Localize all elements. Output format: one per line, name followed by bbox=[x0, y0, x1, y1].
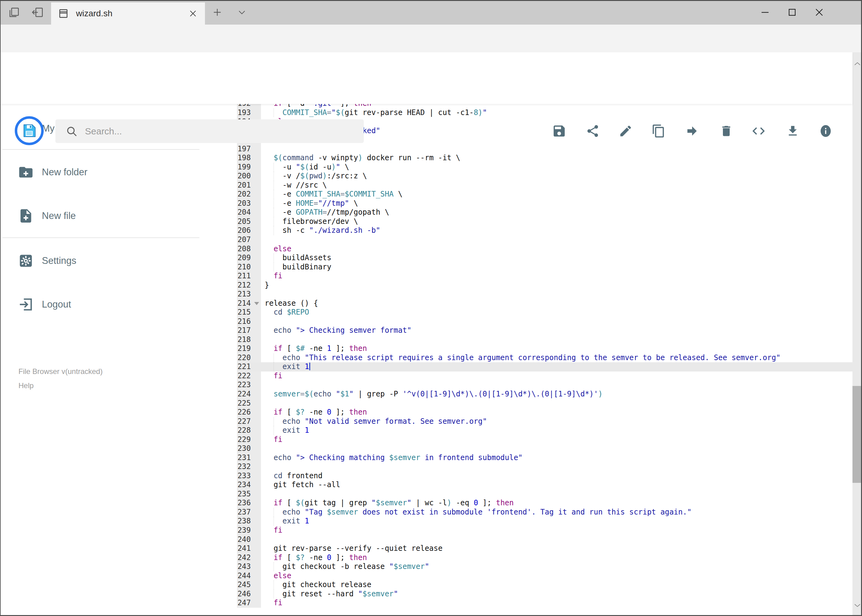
code-line[interactable]: 244 else bbox=[237, 571, 853, 581]
scrollbar[interactable] bbox=[853, 52, 862, 616]
code-line[interactable]: 228 exit 1 bbox=[237, 426, 853, 435]
code-line[interactable]: 214release () { bbox=[237, 299, 853, 308]
code-line[interactable]: 246 git reset --hard "$semver" bbox=[237, 589, 853, 599]
sidebar-item-label: New folder bbox=[42, 167, 87, 178]
line-number: 243 bbox=[237, 562, 261, 571]
code-line[interactable]: 193 COMMIT_SHA="$(git rev-parse HEAD | c… bbox=[237, 108, 853, 118]
move-button[interactable] bbox=[684, 123, 701, 140]
code-line[interactable]: 227 echo "Not valid semver format. See s… bbox=[237, 417, 853, 426]
code-line[interactable]: 222 fi bbox=[237, 371, 853, 381]
code-line[interactable]: 218 bbox=[237, 335, 853, 344]
code-line[interactable]: 242 if [ $? -ne 0 ]; then bbox=[237, 553, 853, 563]
rename-button[interactable] bbox=[617, 123, 634, 140]
line-number: 236 bbox=[237, 498, 261, 508]
code-line[interactable]: 247 fi bbox=[237, 599, 853, 608]
folder-plus-icon bbox=[18, 164, 34, 180]
sidebar-item-settings[interactable]: Settings bbox=[9, 251, 212, 270]
close-window-button[interactable] bbox=[806, 4, 832, 21]
arrow-right-icon bbox=[685, 124, 699, 138]
download-button[interactable] bbox=[784, 123, 801, 140]
fold-arrow-icon[interactable] bbox=[254, 302, 259, 305]
code-line[interactable]: 215 cd $REPO bbox=[237, 308, 853, 317]
code-line[interactable]: 205 filebrowser/dev \ bbox=[237, 217, 853, 226]
tab-list-button[interactable] bbox=[233, 5, 251, 20]
code-line[interactable]: 210 buildBinary bbox=[237, 262, 853, 272]
line-number: 222 bbox=[237, 371, 261, 381]
maximize-button[interactable] bbox=[779, 4, 805, 21]
code-line[interactable]: 201 -w //src \ bbox=[237, 181, 853, 190]
copy-button[interactable] bbox=[650, 123, 667, 140]
code-line[interactable]: 211 fi bbox=[237, 272, 853, 281]
code-line[interactable]: 234 git fetch --all bbox=[237, 480, 853, 490]
code-line[interactable]: 240 bbox=[237, 535, 853, 544]
code-line[interactable]: 209 buildAssets bbox=[237, 253, 853, 262]
filebrowser-header bbox=[0, 52, 853, 104]
delete-button[interactable] bbox=[718, 123, 735, 140]
code-line[interactable]: 224 semver=$(echo "$1" | grep -P '^v(0|[… bbox=[237, 390, 853, 399]
code-line[interactable]: 204 -e GOPATH=//tmp/gopath \ bbox=[237, 208, 853, 217]
scroll-down-icon[interactable] bbox=[853, 599, 862, 611]
tab-preview-button[interactable] bbox=[5, 5, 24, 20]
help-link[interactable]: Help bbox=[19, 381, 33, 390]
code-line[interactable]: 237 echo "Tag $semver does not exist in … bbox=[237, 508, 853, 517]
info-button[interactable] bbox=[817, 123, 834, 140]
code-line[interactable]: 226 if [ $? -ne 0 ]; then bbox=[237, 408, 853, 417]
scrollbar-thumb[interactable] bbox=[853, 386, 862, 483]
code-line[interactable]: 202 -e COMMIT_SHA=$COMMIT_SHA \ bbox=[237, 190, 853, 199]
code-line[interactable]: 230 bbox=[237, 444, 853, 453]
code-line[interactable]: 225 bbox=[237, 399, 853, 408]
filebrowser-logo[interactable] bbox=[15, 116, 44, 145]
line-number: 234 bbox=[237, 480, 261, 490]
line-number: 238 bbox=[237, 517, 261, 526]
line-number: 201 bbox=[237, 181, 261, 190]
code-line[interactable]: 221 exit 1 bbox=[237, 362, 853, 371]
code-line[interactable]: 229 fi bbox=[237, 435, 853, 445]
sidebar-item-new-folder[interactable]: New folder bbox=[9, 163, 212, 182]
code-line[interactable]: 199 -u "$(id -u)" \ bbox=[237, 163, 853, 172]
sidebar-item-new-file[interactable]: New file bbox=[9, 206, 212, 225]
line-number: 233 bbox=[237, 471, 261, 481]
code-line[interactable]: 198 $(command -v winpty) docker run --rm… bbox=[237, 154, 853, 163]
code-line[interactable]: 219 if [ $# -ne 1 ]; then bbox=[237, 344, 853, 354]
code-editor[interactable]: 192 if [ -d ".git" ]; then193 COMMIT_SHA… bbox=[237, 104, 853, 615]
code-line[interactable]: 206 sh -c "./wizard.sh -b" bbox=[237, 226, 853, 235]
code-line[interactable]: 233 cd frontend bbox=[237, 471, 853, 481]
line-number: 239 bbox=[237, 526, 261, 535]
code-line[interactable]: 217 echo "> Checking semver format" bbox=[237, 326, 853, 335]
code-line[interactable]: 192 if [ -d ".git" ]; then bbox=[237, 104, 853, 108]
line-number: 197 bbox=[237, 145, 261, 154]
code-line[interactable]: 200 -v /$(pwd):/src:z \ bbox=[237, 171, 853, 181]
code-line[interactable]: 232 bbox=[237, 462, 853, 471]
code-line[interactable]: 212} bbox=[237, 281, 853, 290]
new-tab-button[interactable] bbox=[208, 5, 227, 20]
line-number: 244 bbox=[237, 571, 261, 581]
tab-close-icon[interactable] bbox=[188, 9, 198, 18]
code-line[interactable]: 223 bbox=[237, 380, 853, 390]
code-line[interactable]: 197 bbox=[237, 145, 853, 154]
code-line[interactable]: 231 echo "> Checking matching $semver in… bbox=[237, 453, 853, 462]
code-line[interactable]: 236 if [ $(git tag | grep "$semver" | wc… bbox=[237, 498, 853, 508]
search-box[interactable] bbox=[55, 119, 364, 143]
code-line[interactable]: 243 git checkout -b release "$semver" bbox=[237, 562, 853, 571]
save-button[interactable] bbox=[550, 123, 568, 140]
scroll-up-icon[interactable] bbox=[853, 58, 862, 70]
code-line[interactable]: 208 else bbox=[237, 245, 853, 254]
code-line[interactable]: 235 bbox=[237, 490, 853, 499]
set-tabs-aside-button[interactable] bbox=[28, 5, 47, 20]
sidebar-item-logout[interactable]: Logout bbox=[9, 295, 212, 314]
code-line[interactable]: 245 git checkout release bbox=[237, 580, 853, 589]
code-line[interactable]: 241 git rev-parse --verify --quiet relea… bbox=[237, 544, 853, 553]
code-line[interactable]: 238 exit 1 bbox=[237, 517, 853, 526]
browser-tab[interactable]: wizard.sh bbox=[51, 2, 205, 25]
code-line[interactable]: 220 echo "This release script requires a… bbox=[237, 354, 853, 363]
search-input[interactable] bbox=[84, 126, 338, 137]
code-line[interactable]: 239 fi bbox=[237, 526, 853, 535]
code-line[interactable]: 207 bbox=[237, 235, 853, 245]
code-line[interactable]: 203 -e HOME="//tmp" \ bbox=[237, 199, 853, 208]
raw-code-button[interactable] bbox=[750, 123, 767, 140]
minimize-button[interactable] bbox=[752, 4, 778, 21]
code-line[interactable]: 216 bbox=[237, 317, 853, 326]
code-line[interactable]: 213 bbox=[237, 290, 853, 299]
line-number: 232 bbox=[237, 462, 261, 471]
share-button[interactable] bbox=[584, 123, 601, 140]
